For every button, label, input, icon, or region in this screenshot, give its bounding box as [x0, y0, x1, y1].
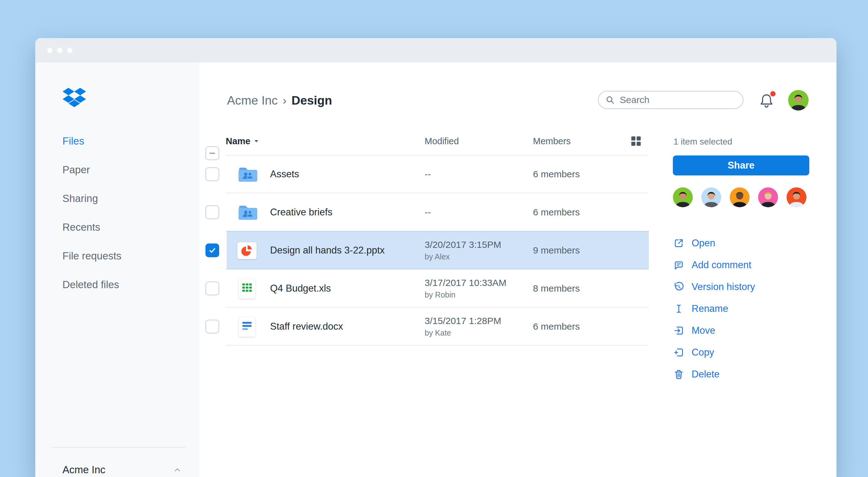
column-header-modified: Modified	[425, 134, 459, 148]
action-rename[interactable]: Rename	[673, 298, 755, 320]
shared-folder-icon	[238, 204, 258, 220]
row-checkbox[interactable]	[206, 282, 219, 295]
sidebar-item-files[interactable]: Files	[62, 127, 121, 155]
file-name: Staff review.docx	[270, 308, 343, 346]
sidebar-item-deleted-files[interactable]: Deleted files	[62, 271, 121, 299]
file-row-creative-briefs[interactable]: Creative briefs -- 6 members	[199, 193, 649, 231]
member-avatars	[673, 187, 806, 207]
window-control-dot[interactable]	[67, 48, 72, 53]
add-comment-icon	[673, 259, 685, 271]
file-row-q4-budget[interactable]: Q4 Budget.xls 3/17/2017 10:33AM by Robin…	[199, 269, 649, 308]
shared-folder-icon	[238, 166, 258, 182]
table-header: Name Modified Members	[199, 134, 649, 148]
file-name: Design all hands 3-22.pptx	[270, 231, 385, 269]
person-silhouette-icon	[758, 187, 778, 207]
window-titlebar	[35, 38, 836, 62]
powerpoint-file-icon	[237, 242, 257, 259]
member-avatar[interactable]	[758, 187, 778, 207]
rename-icon	[673, 303, 685, 315]
member-avatar[interactable]	[701, 187, 721, 207]
window-control-dot[interactable]	[47, 48, 53, 53]
checkmark-icon	[208, 246, 217, 255]
breadcrumb-separator-icon: ›	[283, 94, 287, 107]
action-move[interactable]: Move	[673, 320, 755, 342]
open-icon	[673, 237, 685, 249]
move-icon	[673, 325, 685, 337]
column-header-members: Members	[533, 134, 571, 148]
excel-file-icon	[239, 279, 255, 299]
app-window: Files Paper Sharing Recents File request…	[35, 38, 836, 477]
modified-by: by Alex	[425, 252, 501, 261]
member-avatar[interactable]	[786, 187, 806, 207]
chevron-up-icon[interactable]	[174, 468, 181, 472]
word-file-icon	[239, 317, 255, 337]
sidebar-item-paper[interactable]: Paper	[62, 155, 121, 184]
file-modified: 3/17/2017 10:33AM by Robin	[425, 269, 506, 308]
delete-icon	[673, 369, 685, 380]
modified-by: by Kate	[425, 328, 501, 338]
selection-status: 1 item selected	[674, 137, 732, 147]
file-members: 6 members	[533, 155, 580, 193]
row-checkbox[interactable]	[206, 244, 219, 257]
share-button[interactable]: Share	[673, 155, 809, 176]
person-silhouette-icon	[786, 187, 806, 207]
action-version-history[interactable]: Version history	[673, 276, 755, 298]
file-actions: Open Add comment	[673, 232, 755, 385]
breadcrumb-parent[interactable]: Acme Inc	[227, 94, 278, 107]
action-copy[interactable]: Copy	[673, 342, 755, 363]
details-panel: 1 item selected Share	[673, 62, 809, 477]
sidebar-item-file-requests[interactable]: File requests	[62, 242, 121, 271]
sidebar: Files Paper Sharing Recents File request…	[35, 62, 199, 477]
indeterminate-dash-icon	[210, 153, 215, 154]
file-modified: 3/15/2017 1:28PM by Kate	[425, 308, 501, 346]
window-control-dot[interactable]	[57, 48, 62, 53]
sidebar-divider	[52, 447, 186, 448]
file-modified: --	[425, 155, 431, 193]
sidebar-nav: Files Paper Sharing Recents File request…	[62, 127, 121, 299]
row-checkbox[interactable]	[206, 205, 219, 219]
file-name: Assets	[270, 155, 299, 193]
action-add-comment[interactable]: Add comment	[673, 254, 755, 276]
row-checkbox[interactable]	[206, 167, 219, 181]
person-silhouette-icon	[730, 187, 750, 207]
file-row-assets[interactable]: Assets -- 6 members	[199, 155, 649, 193]
file-modified: --	[425, 193, 431, 231]
sort-caret-icon	[254, 140, 258, 143]
file-name: Q4 Budget.xls	[270, 269, 331, 308]
row-checkbox[interactable]	[206, 320, 219, 333]
file-modified: 3/20/2017 3:15PM by Alex	[425, 231, 501, 269]
action-delete[interactable]: Delete	[673, 363, 755, 385]
member-avatar[interactable]	[730, 187, 750, 207]
grid-view-icon[interactable]	[631, 136, 641, 147]
sidebar-item-sharing[interactable]: Sharing	[62, 184, 121, 213]
file-name: Creative briefs	[270, 193, 333, 231]
modified-by: by Robin	[425, 290, 506, 299]
breadcrumb-current: Design	[291, 94, 332, 107]
search-icon	[606, 95, 615, 104]
file-members: 6 members	[533, 308, 580, 346]
action-open[interactable]: Open	[673, 232, 755, 254]
file-row-design-all-hands[interactable]: Design all hands 3-22.pptx 3/20/2017 3:1…	[199, 231, 649, 269]
person-silhouette-icon	[673, 187, 693, 207]
file-members: 6 members	[533, 193, 580, 231]
main-content: Acme Inc›Design	[199, 62, 836, 477]
file-members: 9 members	[533, 231, 580, 269]
column-header-name[interactable]: Name	[226, 134, 258, 148]
breadcrumb: Acme Inc›Design	[227, 92, 332, 108]
sidebar-item-recents[interactable]: Recents	[62, 213, 121, 242]
copy-icon	[673, 347, 685, 358]
team-name[interactable]: Acme Inc	[62, 461, 105, 477]
version-history-icon	[673, 281, 685, 293]
member-avatar[interactable]	[673, 187, 693, 207]
file-members: 8 members	[533, 269, 580, 308]
person-silhouette-icon	[701, 187, 721, 207]
dropbox-logo-icon[interactable]	[62, 87, 86, 108]
file-row-staff-review[interactable]: Staff review.docx 3/15/2017 1:28PM by Ka…	[199, 308, 649, 346]
